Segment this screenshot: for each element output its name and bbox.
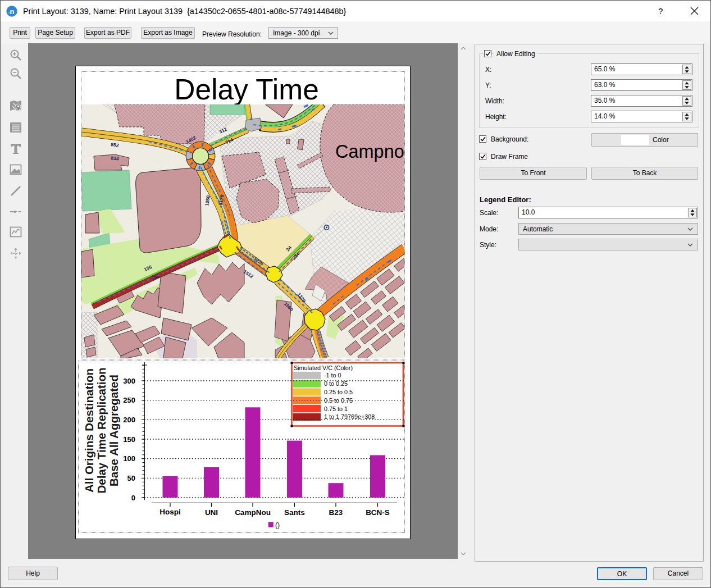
svg-text:150: 150 [123,435,135,444]
svg-text:852: 852 [111,142,120,148]
svg-text:300: 300 [123,377,135,385]
svg-text:834: 834 [111,155,120,162]
svg-text:0: 0 [131,494,135,502]
svg-text:UNI: UNI [205,508,218,517]
svg-text:All Origins Destination: All Origins Destination [83,368,95,493]
svg-text:250: 250 [123,396,135,404]
svg-text:n: n [10,7,15,16]
svg-text:Sants: Sants [284,508,305,517]
svg-text:BCN-S: BCN-S [366,508,390,517]
svg-text:Hospi: Hospi [159,508,181,516]
svg-text:0.25 to 0.5: 0.25 to 0.5 [324,389,353,395]
svg-text:1 to 1.79769e+308: 1 to 1.79769e+308 [324,413,375,420]
svg-text:100: 100 [123,454,135,463]
svg-text:0 to 0.25: 0 to 0.25 [324,380,348,387]
svg-text:CampNou: CampNou [235,508,271,517]
svg-text:50: 50 [127,474,135,482]
svg-text:(): () [275,521,280,529]
svg-text:-1 to 0: -1 to 0 [324,372,341,379]
svg-text:Delay Time Replication: Delay Time Replication [95,367,108,493]
svg-text:Base All Aggregated: Base All Aggregated [107,375,120,486]
svg-text:Simulated V/C (Color): Simulated V/C (Color) [294,364,353,371]
svg-text:Campnou: Campnou [335,142,404,162]
svg-text:0.75 to 1: 0.75 to 1 [324,405,348,412]
svg-text:200: 200 [123,416,135,424]
svg-text:B23: B23 [329,508,343,517]
svg-text:1260: 1260 [204,195,211,206]
